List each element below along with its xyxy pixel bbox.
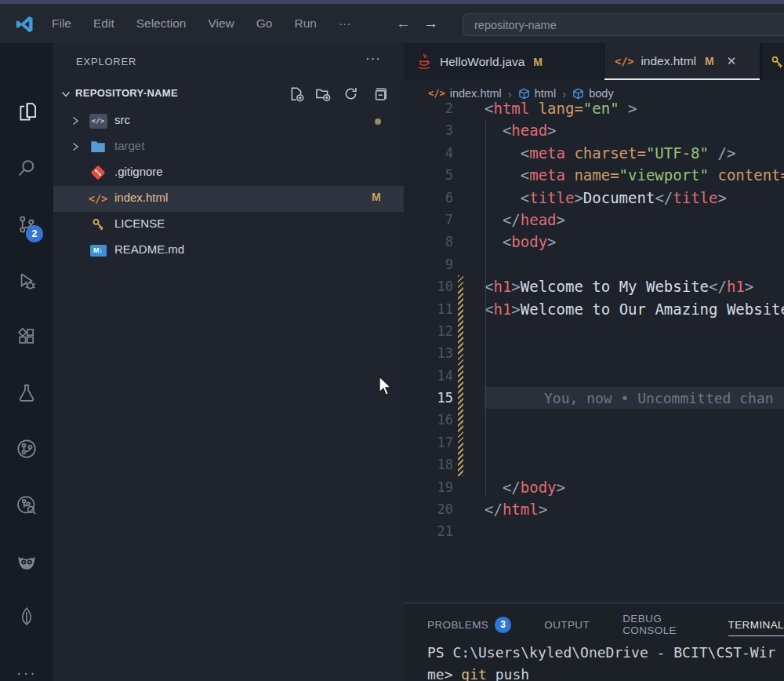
tree-row-target[interactable]: target (53, 134, 404, 160)
menu-more-icon[interactable]: ··· (328, 16, 362, 31)
line-number: 13 (404, 342, 453, 364)
code-line-9[interactable]: 9 (404, 253, 784, 275)
vscode-window: File Edit Selection View Go Run ··· ← → … (0, 0, 784, 681)
source-control-icon[interactable]: 2 (0, 205, 53, 244)
code-line-7[interactable]: 7 </head> (404, 209, 784, 231)
chevron-right-icon (69, 115, 82, 127)
menu-selection[interactable]: Selection (125, 16, 198, 31)
repository-section-header[interactable]: REPOSITORY-NAME (53, 81, 404, 107)
back-arrow-icon[interactable]: ← (396, 15, 411, 32)
line-number: 8 (404, 231, 453, 253)
new-folder-icon[interactable] (315, 86, 331, 102)
line-number: 21 (404, 520, 453, 542)
explorer-more-icon[interactable]: ··· (365, 51, 381, 67)
menu-go[interactable]: Go (245, 16, 284, 31)
code-line-4[interactable]: 4 <meta charset="UTF-8" /> (404, 142, 784, 164)
folder-icon (88, 138, 108, 155)
terminal-command: git (461, 666, 487, 681)
terminal-line: me> git push (427, 666, 529, 681)
line-number: 15 (404, 387, 453, 409)
line-number: 20 (404, 498, 453, 520)
code-line-5[interactable]: 5 <meta name="viewport" content= (404, 164, 784, 186)
line-number: 6 (404, 187, 453, 209)
code-line-8[interactable]: 8 <body> (404, 231, 784, 253)
menu-file[interactable]: File (41, 16, 82, 31)
menu-bar: File Edit Selection View Go Run ··· (41, 4, 361, 43)
testing-icon[interactable] (0, 373, 53, 413)
code-line-6[interactable]: 6 <title>Document</title> (404, 187, 784, 209)
tab-license-partial[interactable] (763, 43, 784, 80)
menu-edit[interactable]: Edit (82, 16, 125, 31)
search-icon[interactable] (0, 148, 53, 188)
line-number: 12 (404, 320, 453, 342)
tab-output[interactable]: OUTPUT (544, 619, 590, 631)
tree-row-gitignore[interactable]: .gitignore (53, 160, 404, 186)
collapse-all-icon[interactable] (372, 86, 387, 102)
modified-dot (375, 118, 381, 125)
line-number: 7 (404, 209, 453, 231)
gitlens-blame-annotation: You, now • Uncommitted chan (485, 390, 774, 406)
explorer-sidebar: EXPLORER ··· REPOSITORY-NAME </> s (53, 43, 404, 681)
git-inspect-icon[interactable] (0, 486, 53, 525)
line-number: 17 (404, 432, 453, 453)
mouse-cursor (377, 375, 394, 397)
owl-extension-icon[interactable] (0, 541, 53, 581)
line-number: 18 (404, 453, 453, 475)
git-icon (88, 164, 108, 181)
tab-index-html[interactable]: </> index.html M ✕ (604, 43, 760, 80)
tree-row-license[interactable]: LICENSE (53, 212, 404, 238)
markdown-icon: M↓ (88, 242, 108, 259)
explorer-icon[interactable] (0, 92, 53, 131)
title-bar: File Edit Selection View Go Run ··· ← → … (0, 4, 784, 43)
close-icon[interactable]: ✕ (727, 54, 737, 68)
command-center-search[interactable]: repository-name (463, 13, 784, 36)
tab-problems[interactable]: PROBLEMS 3 (427, 617, 511, 633)
git-modified-badge: M (705, 55, 714, 67)
src-folder-icon: </> (88, 112, 108, 129)
chevron-down-icon (60, 88, 72, 100)
chevron-right-icon (69, 140, 82, 153)
history-nav: ← → (396, 4, 438, 43)
vscode-logo-icon (14, 14, 34, 35)
activity-more-icon[interactable]: ··· (0, 653, 53, 681)
code-line-20[interactable]: 20</html> (404, 498, 784, 520)
refresh-icon[interactable] (343, 86, 358, 101)
run-debug-icon[interactable] (0, 261, 53, 300)
key-icon (88, 216, 108, 233)
explorer-title: EXPLORER (76, 56, 136, 67)
code-line-19[interactable]: 19 </body> (404, 476, 784, 498)
code-line-3[interactable]: 3 <head> (404, 119, 784, 141)
mongodb-icon[interactable] (0, 597, 53, 636)
tree-row-src[interactable]: </> src (53, 108, 404, 134)
git-circle-icon[interactable] (0, 429, 53, 468)
code-line-2[interactable]: 2<html lang="en" > (404, 97, 784, 119)
tree-row-index-html[interactable]: </> index.html M (53, 186, 404, 212)
line-number: 19 (404, 476, 453, 498)
menu-run[interactable]: Run (283, 16, 327, 31)
line-number: 14 (404, 365, 453, 387)
repository-name-label: REPOSITORY-NAME (75, 87, 178, 99)
html-file-icon: </> (88, 190, 108, 207)
key-icon (770, 55, 784, 69)
tab-terminal[interactable]: TERMINAL (728, 619, 784, 636)
line-number: 9 (404, 253, 453, 275)
source-control-badge: 2 (26, 225, 43, 242)
menu-view[interactable]: View (197, 16, 245, 31)
line-number: 5 (404, 164, 453, 186)
java-file-icon (416, 53, 433, 71)
tab-debug-console[interactable]: DEBUG CONSOLE (622, 613, 695, 636)
new-file-icon[interactable] (289, 86, 304, 102)
extensions-icon[interactable] (0, 317, 53, 356)
git-modified-badge: M (533, 56, 543, 68)
terminal-line: PS C:\Users\kyled\OneDrive - BCIT\CST-Wi… (427, 644, 775, 661)
forward-arrow-icon[interactable]: → (423, 15, 438, 32)
line-number: 11 (404, 298, 453, 320)
line-number: 3 (404, 119, 453, 141)
tree-row-readme[interactable]: M↓ README.md (53, 238, 404, 264)
bottom-panel: PROBLEMS 3 OUTPUT DEBUG CONSOLE TERMINAL… (404, 603, 784, 681)
line-number: 2 (404, 97, 453, 119)
activity-bar: 2 ··· (0, 43, 53, 681)
code-line-21[interactable]: 21 (404, 520, 784, 542)
tab-helloworld-java[interactable]: HelloWorld.java M (404, 43, 604, 80)
editor-group: HelloWorld.java M </> index.html M ✕ </>… (404, 43, 784, 603)
